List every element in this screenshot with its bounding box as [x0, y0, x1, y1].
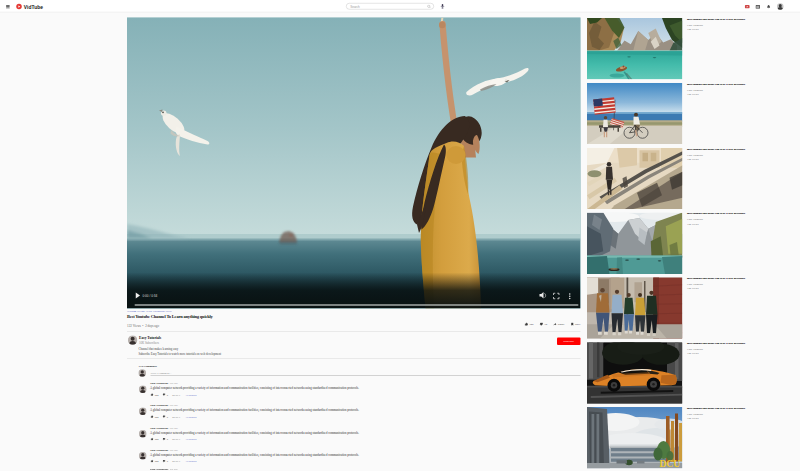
svg-text:DCU: DCU: [660, 459, 681, 468]
svg-text:0:00 / 0:34: 0:00 / 0:34: [143, 294, 158, 298]
